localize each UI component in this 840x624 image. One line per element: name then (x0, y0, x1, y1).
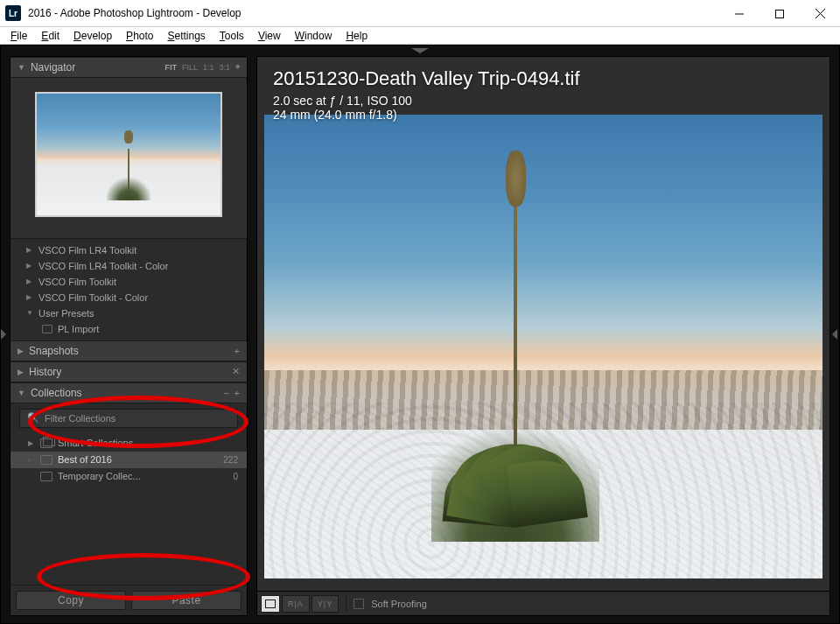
chevron-right-icon: ▶ (26, 246, 33, 254)
history-title: History (29, 366, 61, 378)
collections-minus-button[interactable]: − (223, 388, 228, 398)
preset-folder[interactable]: ▶VSCO Film LR4 Toolkit (10, 242, 247, 258)
search-icon: 🔍 (27, 412, 39, 424)
chevron-down-icon: ▼ (26, 309, 33, 317)
collection-item-temp[interactable]: ▶ Temporary Collec... 0 (10, 468, 247, 485)
preset-label: PL Import (58, 324, 99, 334)
preset-label: VSCO Film LR4 Toolkit - Color (38, 261, 168, 271)
menu-photo[interactable]: Photo (119, 28, 160, 44)
collection-count: 0 (233, 472, 238, 481)
chevron-down-icon: ▼ (18, 389, 25, 397)
navigator-header[interactable]: ▼ Navigator FIT FILL 1:1 3:1 ◆ (10, 57, 247, 78)
preset-folder[interactable]: ▶VSCO Film Toolkit (10, 274, 247, 290)
preset-folder[interactable]: ▶VSCO Film LR4 Toolkit - Color (10, 258, 247, 274)
preset-folder-user[interactable]: ▼User Presets (10, 305, 247, 321)
zoom-fit[interactable]: FIT (164, 63, 177, 72)
presets-panel: ▶VSCO Film LR4 Toolkit ▶VSCO Film LR4 To… (10, 238, 247, 340)
photo-preview (264, 115, 822, 578)
menu-tools[interactable]: Tools (213, 28, 251, 44)
history-header[interactable]: ▶ History ✕ (10, 361, 247, 382)
collection-item-best2016[interactable]: ▸ Best of 2016 222 (10, 452, 247, 468)
preset-label: VSCO Film LR4 Toolkit (38, 245, 136, 256)
soft-proofing-checkbox[interactable] (354, 599, 364, 609)
zoom-fill[interactable]: FILL (182, 63, 198, 72)
develop-toolbar: R|A Y|Y Soft Proofing (256, 592, 830, 616)
snapshots-title: Snapshots (29, 345, 79, 357)
navigator-preview[interactable] (10, 78, 247, 238)
chevron-down-icon: ▼ (18, 63, 25, 72)
clear-history-button[interactable]: ✕ (232, 366, 240, 377)
chevron-right-icon: ▶ (26, 262, 33, 270)
photo-lens: 24 mm (24.0 mm f/1.8) (273, 108, 580, 122)
collections-title: Collections (31, 387, 82, 399)
before-after-lr-button[interactable]: R|A (282, 595, 310, 613)
menu-edit[interactable]: Edit (34, 28, 66, 44)
main-panel: 20151230-Death Valley Trip-0494.tif 2.0 … (256, 56, 830, 616)
navigator-zoom-modes: FIT FILL 1:1 3:1 ◆ (164, 63, 240, 72)
collection-label: Temporary Collec... (58, 471, 141, 481)
left-panel-collapse[interactable] (1, 324, 8, 345)
right-panel-collapse[interactable] (832, 324, 839, 345)
preset-label: VSCO Film Toolkit (38, 277, 116, 287)
chevron-right-icon: ▶ (18, 347, 24, 355)
chevron-right-icon: ▶ (26, 293, 33, 301)
preset-label: User Presets (38, 308, 94, 319)
collection-icon (40, 455, 52, 465)
collection-label: Best of 2016 (58, 454, 112, 465)
window-title: 2016 - Adobe Photoshop Lightroom - Devel… (28, 7, 719, 19)
collections-list: ▶ Smart Collections ▸ Best of 2016 222 ▶… (10, 433, 247, 492)
zoom-3to1[interactable]: 3:1 (219, 63, 230, 72)
before-after-tb-button[interactable]: Y|Y (312, 595, 339, 613)
image-canvas[interactable]: 20151230-Death Valley Trip-0494.tif 2.0 … (256, 56, 830, 592)
maximize-button[interactable] (760, 0, 800, 27)
photo-filename: 20151230-Death Valley Trip-0494.tif (273, 67, 580, 90)
app-body: ▼ Navigator FIT FILL 1:1 3:1 ◆ ▶VSCO Fil… (0, 45, 840, 624)
preset-item[interactable]: PL Import (10, 321, 247, 337)
chevron-right-icon: ▶ (18, 368, 24, 376)
copy-paste-bar: Copy Paste (10, 585, 247, 615)
window-titlebar: Lr 2016 - Adobe Photoshop Lightroom - De… (0, 0, 840, 27)
menu-file[interactable]: File (4, 28, 34, 44)
menu-window[interactable]: Window (288, 28, 340, 44)
window-controls (719, 0, 840, 26)
menu-help[interactable]: Help (339, 28, 374, 44)
filter-collections-input[interactable]: 🔍 Filter Collections (19, 409, 238, 428)
left-panel: ▼ Navigator FIT FILL 1:1 3:1 ◆ ▶VSCO Fil… (10, 56, 248, 616)
zoom-menu-icon[interactable]: ◆ (235, 63, 240, 72)
chevron-right-icon: ▶ (26, 277, 33, 285)
add-snapshot-button[interactable]: + (234, 346, 240, 356)
loupe-view-button[interactable] (261, 595, 280, 613)
collections-header[interactable]: ▼ Collections − + (10, 382, 247, 403)
top-panel-collapse[interactable] (1, 46, 839, 56)
navigator-title: Navigator (31, 61, 75, 74)
menu-develop[interactable]: Develop (66, 28, 119, 44)
close-button[interactable] (800, 0, 840, 27)
chevron-right-icon: ▸ (28, 456, 35, 464)
copy-button[interactable]: Copy (16, 591, 126, 610)
menu-view[interactable]: View (251, 28, 288, 44)
zoom-1to1[interactable]: 1:1 (203, 63, 214, 72)
snapshots-header[interactable]: ▶ Snapshots + (10, 340, 247, 361)
photo-exposure: 2.0 sec at ƒ / 11, ISO 100 (273, 94, 580, 108)
collections-plus-button[interactable]: + (234, 388, 240, 398)
menu-bar: File Edit Develop Photo Settings Tools V… (0, 27, 840, 45)
paste-button[interactable]: Paste (131, 591, 242, 610)
preset-folder[interactable]: ▶VSCO Film Toolkit - Color (10, 290, 247, 305)
collection-count: 222 (223, 455, 238, 465)
collection-icon (40, 472, 52, 481)
chevron-right-icon: ▶ (28, 439, 35, 447)
collection-item-smart[interactable]: ▶ Smart Collections (10, 435, 247, 452)
photo-info-overlay: 20151230-Death Valley Trip-0494.tif 2.0 … (273, 67, 580, 122)
smart-collection-icon (40, 438, 52, 448)
minimize-button[interactable] (719, 0, 760, 27)
preset-icon (42, 325, 52, 333)
preset-label: VSCO Film Toolkit - Color (38, 292, 148, 303)
app-icon: Lr (5, 5, 21, 21)
collection-label: Smart Collections (58, 438, 133, 448)
soft-proofing-label: Soft Proofing (371, 599, 427, 609)
menu-settings[interactable]: Settings (160, 28, 212, 44)
svg-rect-1 (776, 10, 784, 18)
filter-placeholder: Filter Collections (45, 413, 116, 424)
